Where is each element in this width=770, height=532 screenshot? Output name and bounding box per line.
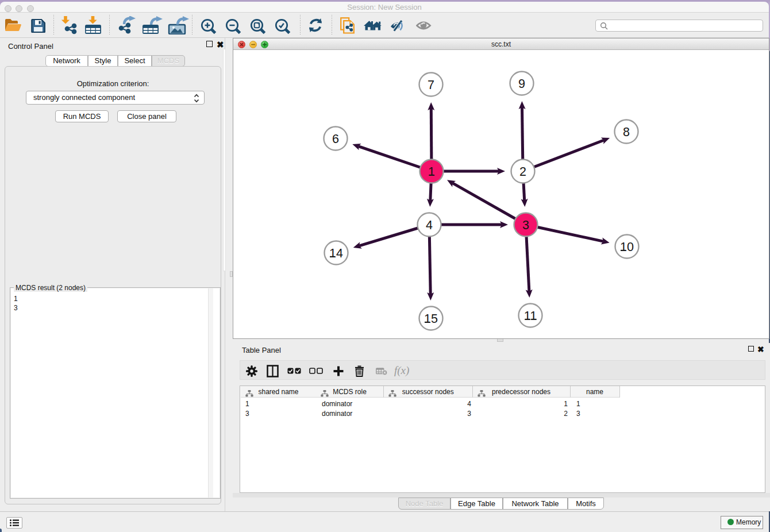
svg-text:7: 7 <box>428 78 434 92</box>
svg-text:3: 3 <box>522 218 529 232</box>
svg-text:15: 15 <box>424 312 438 326</box>
svg-text:1: 1 <box>428 165 435 179</box>
svg-text:9: 9 <box>518 77 525 91</box>
svg-text:14: 14 <box>329 246 343 260</box>
svg-text:4: 4 <box>426 218 433 232</box>
svg-text:2: 2 <box>519 165 526 179</box>
svg-text:6: 6 <box>332 132 339 146</box>
svg-text:10: 10 <box>620 240 634 254</box>
svg-text:11: 11 <box>524 309 537 323</box>
svg-text:8: 8 <box>623 125 630 139</box>
